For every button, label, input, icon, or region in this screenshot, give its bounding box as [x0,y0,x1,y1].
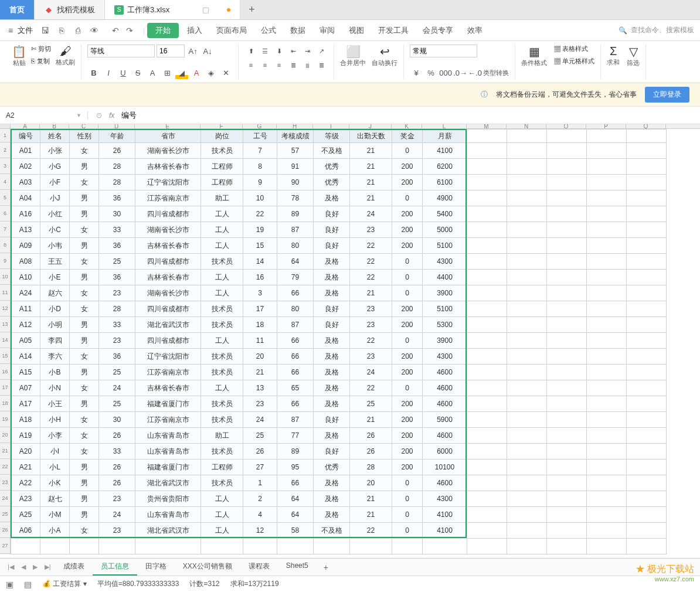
data-cell[interactable]: 4600 [423,396,467,412]
menu-icon[interactable]: ≡ [6,23,15,38]
data-cell[interactable]: 0 [392,270,423,285]
data-cell[interactable]: 24 [243,412,277,428]
data-cell[interactable]: 4600 [423,365,467,380]
data-cell[interactable]: A09 [11,238,40,254]
clear-format-button[interactable]: ✕ [219,66,232,79]
data-cell[interactable]: 小B [40,365,70,380]
data-cell[interactable]: 女 [70,254,99,270]
data-cell[interactable]: 工人 [201,333,243,349]
data-cell[interactable]: 25 [350,396,392,412]
data-cell[interactable]: 33 [99,317,135,333]
indent-inc-icon[interactable]: ⇥ [301,45,314,57]
data-cell[interactable]: 36 [99,270,135,285]
data-cell[interactable]: 4600 [423,380,467,396]
header-cell[interactable]: 出勤天数 [350,130,392,143]
data-cell[interactable]: 36 [99,190,135,206]
data-cell[interactable]: 工程师 [201,459,243,475]
data-cell[interactable]: 及格 [314,491,350,507]
justify-icon[interactable]: ≣ [287,59,300,72]
col-G[interactable]: G [243,124,277,128]
ribbon-tab-pagelayout[interactable]: 页面布局 [210,22,253,39]
data-cell[interactable]: 25 [99,254,135,270]
row-header[interactable]: 11 [0,285,10,301]
data-cell[interactable]: 女 [70,380,99,396]
data-cell[interactable]: 87 [277,412,314,428]
data-cell[interactable]: 小A [40,523,70,539]
row-header[interactable]: 13 [0,316,10,332]
data-cell[interactable]: 200 [392,444,423,459]
data-cell[interactable]: 21 [350,143,392,159]
data-cell[interactable]: 及格 [314,507,350,523]
header-cell[interactable]: 省市 [135,130,201,143]
data-cell[interactable]: 小王 [40,396,70,412]
data-cell[interactable]: 及格 [314,475,350,491]
save-icon[interactable]: 🖫 [40,25,50,36]
data-cell[interactable]: A01 [11,143,40,159]
data-cell[interactable]: 64 [277,254,314,270]
data-cell[interactable]: A03 [11,175,40,190]
data-cell[interactable]: 21 [350,175,392,190]
data-cell[interactable]: 21 [350,507,392,523]
header-cell[interactable]: 性别 [70,130,99,143]
row-header[interactable]: 19 [0,411,10,427]
data-cell[interactable]: 26 [350,444,392,459]
data-cell[interactable]: 4 [243,507,277,523]
data-cell[interactable]: 不及格 [314,143,350,159]
row-header[interactable]: 17 [0,380,10,396]
align-middle-icon[interactable]: ☰ [259,45,271,57]
data-cell[interactable]: 25 [243,428,277,444]
data-cell[interactable]: 0 [392,491,423,507]
data-cell[interactable]: 5900 [423,412,467,428]
data-cell[interactable]: 12 [243,523,277,539]
data-cell[interactable]: 22 [350,333,392,349]
data-cell[interactable]: 小H [40,412,70,428]
orientation-icon[interactable]: ↗ [315,45,328,57]
data-cell[interactable]: 24 [350,365,392,380]
data-cell[interactable]: 65 [277,380,314,396]
header-cell[interactable]: 编号 [11,130,40,143]
data-cell[interactable]: 女 [70,175,99,190]
paste-icon[interactable]: 📋 [12,45,26,59]
data-cell[interactable]: 小K [40,475,70,491]
header-cell[interactable]: 月薪 [423,130,467,143]
data-cell[interactable]: 0 [392,254,423,270]
data-cell[interactable]: A08 [11,254,40,270]
data-cell[interactable]: 200 [392,317,423,333]
data-cell[interactable]: 福建省厦门市 [135,396,201,412]
data-cell[interactable]: 技术员 [201,396,243,412]
data-cell[interactable]: 不及格 [314,523,350,539]
data-cell[interactable]: A12 [11,317,40,333]
data-cell[interactable]: 男 [70,365,99,380]
data-cell[interactable]: 小I [40,444,70,459]
data-cell[interactable]: 江苏省南京市 [135,365,201,380]
data-cell[interactable]: 男 [70,190,99,206]
data-cell[interactable]: A07 [11,380,40,396]
data-cell[interactable]: 小J [40,190,70,206]
sheet-tab[interactable]: 田字格 [137,559,175,576]
data-cell[interactable]: 男 [70,459,99,475]
data-cell[interactable]: 湖南省长沙市 [135,222,201,238]
align-right-icon[interactable]: ≡ [273,59,286,72]
col-C[interactable]: C [69,124,98,128]
data-cell[interactable]: 及格 [314,349,350,365]
data-cell[interactable]: 技术员 [201,349,243,365]
col-A[interactable]: A [11,124,40,128]
data-cell[interactable]: 及格 [314,333,350,349]
type-convert-button[interactable]: 类型转换 [483,69,509,77]
data-cell[interactable]: 男 [70,238,99,254]
row-header[interactable]: 20 [0,427,10,443]
indent-dec-icon[interactable]: ⇤ [287,45,300,57]
data-cell[interactable]: 5100 [423,238,467,254]
data-cell[interactable]: 27 [243,459,277,475]
data-cell[interactable]: A22 [11,475,40,491]
data-cell[interactable]: 21 [350,491,392,507]
data-cell[interactable]: 女 [70,412,99,428]
col-N[interactable]: N [507,124,546,128]
filter-icon[interactable]: ▽ [627,45,640,59]
data-cell[interactable]: 5300 [423,317,467,333]
data-cell[interactable]: 1 [243,475,277,491]
data-cell[interactable]: 23 [243,396,277,412]
row-header[interactable]: 7 [0,222,10,237]
data-cell[interactable]: 及格 [314,365,350,380]
data-cell[interactable]: 28 [99,301,135,317]
